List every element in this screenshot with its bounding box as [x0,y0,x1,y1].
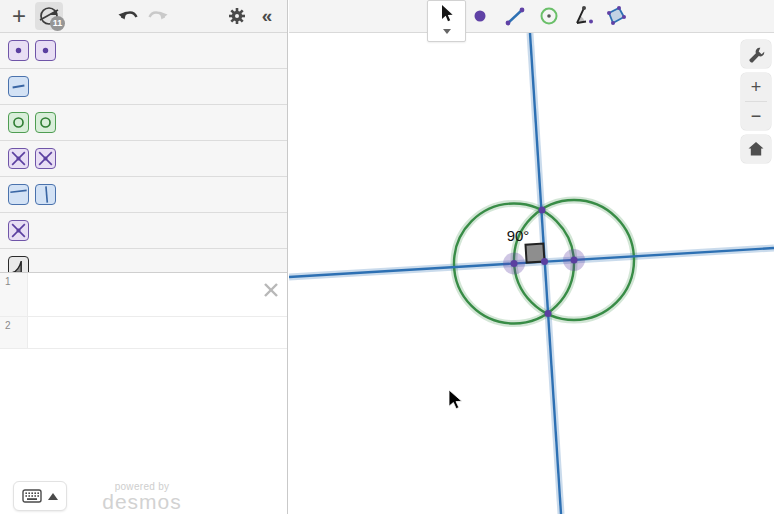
point-tool-icon [468,4,492,28]
home-icon [747,141,765,157]
expression-input[interactable] [28,317,287,348]
keyboard-icon [22,489,42,503]
select-arrow-icon [441,5,453,23]
object-row [0,69,287,105]
tool-polygon[interactable] [604,4,628,28]
canvas-controls: + − [741,40,771,163]
circle-tool-icon [537,4,561,28]
construction-point[interactable] [511,260,518,267]
mouse-cursor-icon [449,390,462,409]
expression-panel: 12 [0,272,287,514]
tool-angle[interactable] [571,4,595,28]
close-icon [262,281,280,299]
expression-row: 1 [0,273,287,317]
object-chip-intersection[interactable] [8,220,29,241]
object-count-badge: 11 [50,16,65,31]
home-button[interactable] [741,135,771,163]
undo-icon [117,7,139,25]
settings-button[interactable] [223,2,251,30]
tool-point[interactable] [468,4,492,28]
chevron-down-icon [443,29,451,34]
object-row [0,213,287,249]
object-chip-intersection[interactable] [8,148,29,169]
object-row [0,141,287,177]
expression-row-number: 2 [0,317,28,348]
circle-icon [9,112,28,133]
close-button[interactable] [262,281,280,299]
object-chip-point[interactable] [35,40,56,61]
angle-tool-icon [571,4,595,28]
construction-point[interactable] [539,207,546,214]
zoom-control-group: + − [741,73,771,130]
object-chip-line-v[interactable] [35,184,56,205]
object-chip-circle[interactable] [8,112,29,133]
point-icon [36,40,55,61]
zoom-in-button[interactable]: + [741,73,771,101]
object-chip-line-h[interactable] [8,184,29,205]
add-button[interactable]: + [5,2,33,30]
canvas-toolbar [289,0,774,33]
polygon-tool-icon [604,4,628,28]
geometry-canvas[interactable]: 90° + − [289,0,774,514]
line-vertical[interactable] [530,33,561,514]
zoom-out-button[interactable]: − [741,102,771,130]
construction-point[interactable] [541,258,548,265]
object-chip-circle[interactable] [35,112,56,133]
gear-icon [227,6,247,26]
segment-tool-icon [503,4,527,28]
sidebar: + 11 [0,0,288,514]
object-chip-intersection[interactable] [35,148,56,169]
tool-select[interactable] [427,0,466,42]
line-v-icon [36,184,55,205]
redo-icon [147,7,169,25]
line-h-icon [9,184,28,205]
expression-row: 2 [0,317,287,349]
expression-row-number: 1 [0,273,28,316]
caret-up-icon [48,493,58,500]
object-row [0,177,287,213]
object-chip-segment[interactable] [8,76,29,97]
object-row [0,105,287,141]
undo-button[interactable] [114,2,142,30]
chevrons-left-icon: « [262,5,273,27]
geometry-object-list [0,33,287,285]
wrench-icon [748,46,765,63]
tool-segment[interactable] [503,4,527,28]
redo-button-disabled[interactable] [144,2,172,30]
segment-icon [9,76,28,97]
circle-icon [36,112,55,133]
construction-layer: 90° [289,0,774,514]
point-icon [9,40,28,61]
geometry-tool-button[interactable]: 11 [35,2,63,30]
object-row [0,33,287,69]
sidebar-toolbar: + 11 [0,0,287,33]
intersection-icon [9,220,28,241]
collapse-sidebar-button[interactable]: « [253,2,281,30]
plus-icon: + [12,2,26,30]
construction-point[interactable] [545,310,552,317]
tool-circle[interactable] [537,4,561,28]
graph-settings-button[interactable] [741,40,771,68]
object-chip-point[interactable] [8,40,29,61]
desmos-geometry-app: + 11 [0,0,774,514]
construction-point[interactable] [571,257,578,264]
angle-value-label: 90° [507,227,530,244]
intersection-icon [9,148,28,169]
keyboard-toggle-button[interactable] [13,481,67,511]
intersection-icon [36,148,55,169]
expression-input[interactable] [28,273,287,316]
